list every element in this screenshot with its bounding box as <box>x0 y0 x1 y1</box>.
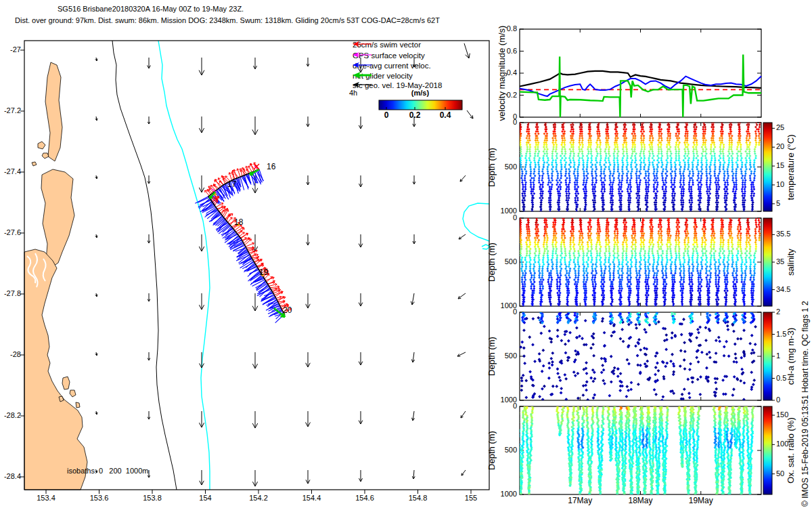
map-x-tick-label: 153.4 <box>29 494 63 503</box>
vector-arrow <box>359 175 362 187</box>
moreton-island <box>45 62 62 161</box>
map-x-tick-label: 154.6 <box>348 494 382 503</box>
legend-colorbar-tick-label: 0.2 <box>405 111 425 120</box>
depth-tick-label: 0 <box>498 402 517 410</box>
legend-item: net glider velocity <box>351 71 413 81</box>
vector-arrow <box>148 234 150 243</box>
vector-arrow <box>148 352 150 360</box>
vector-arrow <box>359 470 362 482</box>
legend-graphics <box>379 100 462 110</box>
vector-arrow <box>95 352 97 356</box>
colorbar-tick-label: 35.5 <box>776 230 790 238</box>
vector-arrow <box>199 58 204 75</box>
small-island <box>38 142 45 149</box>
colorbar-title: salinity <box>786 249 796 276</box>
vector-arrow <box>359 293 363 306</box>
vector-arrow <box>252 411 258 428</box>
colorbar-tick-label: 10 <box>776 180 784 189</box>
isobaths-note: isobaths: 0 200 1000m <box>67 467 148 475</box>
depth-tick-label: 500 <box>498 446 517 454</box>
vector-arrow <box>457 352 466 356</box>
map-x-tick-label: 154.8 <box>401 494 435 503</box>
depth-tick-label: 0 <box>498 118 517 127</box>
map-y-tick-label: -27.4 <box>0 167 21 176</box>
dive-number-label: 17 <box>227 180 236 189</box>
legend-item: dive-avg current veloc. <box>351 61 431 70</box>
vector-arrow <box>95 293 97 297</box>
sfc-geo-velocity-arrow-icon <box>351 81 373 89</box>
vector-arrow <box>199 411 204 427</box>
imos-attribution-note: © IMOS 15-Feb-2019 05:13:51 Hobart time.… <box>800 301 810 507</box>
vector-arrow <box>464 43 470 58</box>
vector-arrow <box>359 411 363 424</box>
vector-arrow <box>199 234 204 251</box>
map-x-tick-label: 153.6 <box>83 494 116 503</box>
vector-arrow <box>95 117 97 121</box>
vector-arrow <box>252 293 258 311</box>
vector-arrow <box>307 175 309 185</box>
bay-island <box>76 402 80 408</box>
gps-velocity-arrow-icon <box>351 51 373 59</box>
depth-tick-label: 0 <box>498 308 517 316</box>
vector-arrow <box>252 470 257 486</box>
map-y-tick-label: -27.8 <box>0 289 21 298</box>
map-x-tick-label: 154 <box>189 494 223 503</box>
vector-arrow <box>461 411 466 418</box>
map-x-tick-label: 154.4 <box>295 494 329 503</box>
vector-arrow <box>95 58 97 61</box>
vector-arrow <box>460 175 466 182</box>
vector-arrow <box>253 58 256 69</box>
seaglider-figure: SG516 Brisbane20180320A 16-May 00Z to 19… <box>0 0 812 508</box>
map-y-tick-label: -28.4 <box>0 472 21 481</box>
vector-arrow <box>95 175 97 179</box>
depth-axis-label: Depth (m) <box>487 148 497 187</box>
colorbar-tick-label: 25 <box>776 123 784 132</box>
dive-number-label: 18 <box>234 218 243 227</box>
track-start-x-marker <box>254 164 259 169</box>
vector-arrow <box>306 352 311 367</box>
map-x-tick-label: 155 <box>454 494 488 503</box>
map-y-tick-label: -27.6 <box>0 228 21 237</box>
dive-number-label: 20 <box>283 306 292 315</box>
salinity-scatter-canvas <box>520 218 761 306</box>
velocity-axis-label: velocity magnitude (m/s) <box>497 26 507 121</box>
depth-tick-label: 0 <box>498 213 517 222</box>
isobath-1000m-eddy <box>463 203 489 241</box>
vector-arrow <box>148 175 150 184</box>
vector-arrow <box>199 117 204 133</box>
glider-track <box>195 163 291 323</box>
colorbar-tick-label: 1 <box>776 352 780 360</box>
map-x-tick-label: 154.2 <box>242 494 275 503</box>
colorbar-title: Ox. sat. ratio (%) <box>786 417 796 484</box>
dive-avg-current-arrow-icon <box>351 61 373 69</box>
vector-arrow <box>411 352 415 362</box>
depth-tick-label: 500 <box>498 352 517 360</box>
vector-arrow <box>95 234 97 238</box>
colorbar-tick-label: 15 <box>776 161 784 170</box>
dive-number-label: 19 <box>259 268 268 277</box>
vector-arrow <box>458 293 466 299</box>
mainland <box>24 249 87 490</box>
vector-arrow <box>413 234 415 244</box>
colorbar-tick-label: 5 <box>776 199 780 208</box>
colorbar-tick-label: 34.5 <box>776 285 790 294</box>
temperature-scatter-canvas <box>520 123 761 211</box>
vector-arrow <box>467 110 473 119</box>
oxygen-scatter-canvas <box>520 406 761 494</box>
bay-island <box>62 377 70 389</box>
map-y-tick-label: -27 <box>0 45 21 54</box>
vector-arrow <box>306 470 310 484</box>
vector-arrow <box>411 293 414 305</box>
colorbar-tick-label: 0 <box>776 396 780 404</box>
legend-colorbar-tick-label: 0 <box>376 111 397 120</box>
vector-arrow <box>306 411 311 427</box>
vector-arrow <box>148 293 150 301</box>
legend-time-window: 4h <box>349 89 357 98</box>
vector-arrow <box>359 117 362 129</box>
colorbar-title: chl-a (mg m-3) <box>786 328 796 385</box>
net-glider-velocity-arrow-icon <box>351 71 373 79</box>
colorbar-tick-label: 35 <box>776 257 784 266</box>
vector-arrow <box>413 175 415 184</box>
small-island <box>42 153 49 158</box>
vector-arrow <box>95 411 97 415</box>
